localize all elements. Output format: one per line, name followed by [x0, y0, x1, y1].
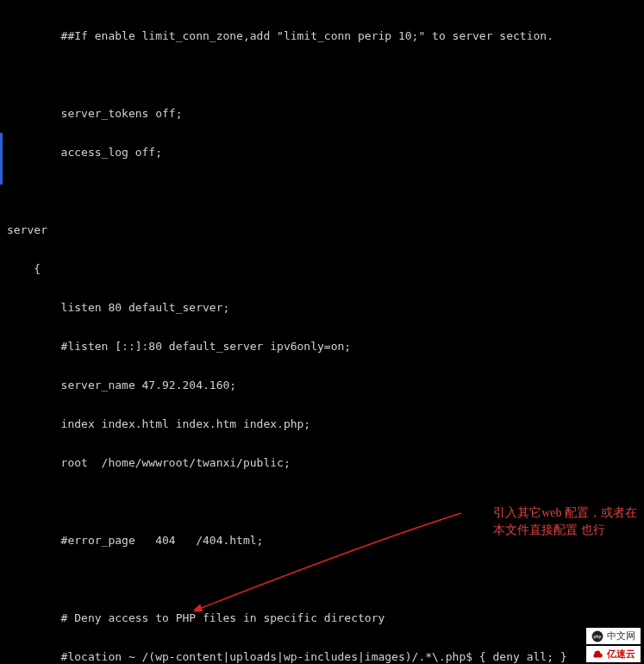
- code-line: {: [7, 262, 644, 275]
- code-line: access_log off;: [7, 146, 644, 159]
- code-line: listen 80 default_server;: [7, 301, 644, 314]
- code-line: #location ~ /(wp-content|uploads|wp-incl…: [7, 650, 644, 663]
- gutter-marker: [0, 146, 3, 159]
- code-area[interactable]: ##If enable limit_conn_zone,add "limit_c…: [0, 3, 644, 664]
- code-line: index index.html index.htm index.php;: [7, 417, 644, 430]
- watermark-label: 中文网: [607, 630, 635, 642]
- php-icon: php: [591, 630, 603, 642]
- annotation-text: 引入其它web 配置，或者在 本文件直接配置 也行: [493, 504, 637, 539]
- code-line: # Deny access to PHP files in specific d…: [7, 611, 644, 624]
- svg-text:php: php: [594, 634, 602, 639]
- code-line: [7, 68, 644, 81]
- code-line: [7, 185, 644, 197]
- watermark-label: 亿速云: [607, 648, 635, 661]
- watermark-yisu: 亿速云: [586, 646, 641, 662]
- code-line: #listen [::]:80 default_server ipv6only=…: [7, 340, 644, 353]
- editor-gutter: [0, 3, 5, 624]
- code-line: server: [7, 223, 644, 236]
- code-line: server_name 47.92.204.160;: [7, 379, 644, 392]
- cloud-icon: [591, 648, 603, 661]
- code-line: root /home/wwwroot/twanxi/public;: [7, 456, 644, 469]
- gutter-marker: [0, 159, 3, 172]
- terminal-editor[interactable]: ##If enable limit_conn_zone,add "limit_c…: [0, 0, 644, 664]
- watermark-phpcn: php 中文网: [586, 628, 641, 644]
- gutter-marker: [0, 172, 3, 185]
- gutter-marker: [0, 133, 3, 146]
- code-line: [7, 573, 644, 586]
- code-line: ##If enable limit_conn_zone,add "limit_c…: [7, 29, 644, 42]
- code-line: server_tokens off;: [7, 107, 644, 120]
- watermark-stack: php 中文网 亿速云: [586, 628, 641, 662]
